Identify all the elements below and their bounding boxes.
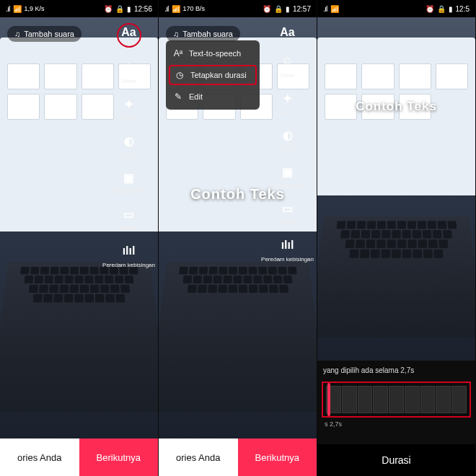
signal2-icon: 📶 (330, 5, 339, 13)
sticker-icon: ☺ (120, 58, 138, 76)
subtitle-icon: ▭ (278, 199, 297, 218)
adjust-icon: ▣ (120, 168, 138, 187)
ctx-set-duration[interactable]: ◷ Tetapkan durasi (169, 65, 257, 85)
signal2-icon: 📶 (172, 5, 180, 13)
alarm-icon: ⏰ (104, 5, 113, 13)
net-speed: 170 B/s (183, 6, 206, 12)
stories-button[interactable]: ories Anda (159, 438, 238, 476)
status-bar: 📶 ⏰ 🔒 ▮ 12:5 (317, 0, 475, 17)
highlight-ring: Aa Teks (117, 23, 141, 48)
battery-icon: ▮ (286, 5, 290, 13)
text-icon: Aa (278, 23, 297, 42)
status-bar: 📶 1,9 K/s ⏰ 🔒 ▮ 12:56 (0, 0, 158, 17)
noise-icon: ılıl (278, 236, 297, 255)
net-speed: 1,9 K/s (25, 6, 45, 12)
tool-adjust-clip[interactable]: ▣Sesuaikan klip (269, 162, 307, 189)
add-sound-pill[interactable]: ♫ Tambah suara (7, 26, 81, 42)
edit-icon: ✎ (173, 92, 183, 102)
stories-button[interactable]: ories Anda (0, 438, 79, 476)
right-toolbar: Aa Teks ☺Stiker ✦Efek ◐Filter ▣Sesuaikan… (102, 23, 155, 268)
tool-noise[interactable]: ılılPeredam kebisingan (102, 242, 155, 268)
duration-panel: yang dipilih ada selama 2,7s s 2,7s Dura… (317, 361, 475, 476)
vpn-icon: 🔒 (115, 5, 124, 13)
text-context-menu: Aª Text-to-speech ◷ Tetapkan durasi ✎ Ed… (166, 40, 260, 110)
vpn-icon: 🔒 (274, 5, 283, 13)
tool-subtitle[interactable]: ▭Subtitle (278, 199, 297, 226)
laptop-screen (317, 38, 475, 195)
effects-icon: ✦ (278, 89, 297, 107)
bottom-bar: ories Anda Berikutnya (159, 438, 317, 476)
laptop-keyboard (317, 216, 475, 338)
alarm-icon: ⏰ (263, 5, 271, 13)
signal-icon (164, 4, 169, 13)
tool-sticker[interactable]: ☺Stiker (120, 58, 138, 84)
duration-timeline[interactable] (322, 382, 471, 418)
ctx-edit[interactable]: ✎ Edit (166, 87, 260, 107)
add-sound-label: Tambah suara (24, 30, 74, 38)
clock: 12:5 (456, 5, 470, 13)
tool-filter[interactable]: ◐Filter (278, 125, 297, 152)
battery-icon: ▮ (127, 5, 131, 13)
status-bar: 📶 170 B/s ⏰ 🔒 ▮ 12:57 (159, 0, 317, 17)
adjust-icon: ▣ (278, 162, 297, 181)
sticker-icon: ☺ (278, 52, 297, 71)
tool-text[interactable]: Aa (278, 23, 297, 42)
music-note-icon: ♫ (14, 30, 20, 38)
duration-time: s 2,7s (317, 420, 475, 432)
clock: 12:57 (293, 5, 311, 13)
bottom-bar: ories Anda Berikutnya (0, 438, 158, 476)
tool-effects[interactable]: ✦Efek (278, 89, 297, 115)
sample-text-overlay[interactable]: Contoh Teks (317, 100, 475, 114)
signal2-icon: 📶 (13, 5, 22, 13)
duration-footer: Durasi (317, 444, 475, 476)
vpn-icon: 🔒 (437, 5, 446, 13)
subtitle-icon: ▭ (120, 205, 138, 224)
playhead-handle[interactable] (327, 383, 330, 416)
text-icon: Aa (120, 25, 138, 40)
tool-effects[interactable]: ✦Efek (120, 94, 138, 121)
clock: 12:56 (134, 5, 152, 13)
duration-hint: yang dipilih ada selama 2,7s (317, 361, 475, 377)
music-note-icon: ♫ (173, 30, 179, 38)
duration-title: Durasi (382, 454, 410, 466)
signal-icon (6, 4, 10, 13)
noise-icon: ılıl (120, 242, 138, 260)
tool-subtitle[interactable]: ▭Subtitle (119, 205, 138, 232)
add-sound-label: Tambah suara (182, 30, 233, 38)
tool-text[interactable]: Aa Teks (117, 23, 141, 48)
next-button[interactable]: Berikutnya (238, 438, 317, 476)
signal-icon (323, 4, 327, 13)
tool-filter[interactable]: ◐Filter (120, 131, 138, 158)
laptop-keyboard (159, 262, 317, 412)
effects-icon: ✦ (120, 94, 138, 113)
laptop-keyboard (0, 262, 158, 412)
battery-icon: ▮ (449, 5, 453, 13)
tts-icon: Aª (173, 48, 183, 58)
add-sound-pill[interactable]: ♫ Tambah suara (166, 26, 240, 42)
alarm-icon: ⏰ (426, 5, 434, 13)
filter-icon: ◐ (120, 131, 138, 150)
filter-icon: ◐ (278, 125, 297, 144)
clock-icon: ◷ (175, 70, 185, 80)
right-toolbar: Aa ☺Stiker ✦Efek ◐Filter ▣Sesuaikan klip… (261, 23, 314, 263)
next-button[interactable]: Berikutnya (79, 438, 159, 476)
video-preview[interactable]: Contoh Teks (317, 17, 475, 361)
tool-noise[interactable]: ılılPeredam kebisingan (261, 236, 314, 263)
ctx-tts[interactable]: Aª Text-to-speech (166, 43, 260, 63)
tool-sticker[interactable]: ☺Stiker (278, 52, 297, 79)
tool-adjust-clip[interactable]: ▣Sesuaikan klip (110, 168, 148, 195)
